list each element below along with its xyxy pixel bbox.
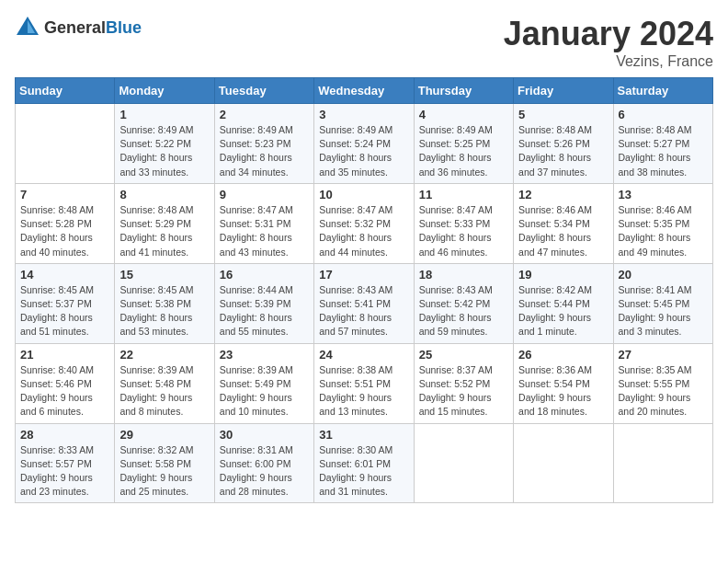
week-row-3: 14Sunrise: 8:45 AMSunset: 5:37 PMDayligh…: [16, 263, 713, 343]
day-cell: 2Sunrise: 8:49 AMSunset: 5:23 PMDaylight…: [214, 104, 313, 184]
day-info: Sunrise: 8:46 AMSunset: 5:35 PMDaylight:…: [619, 203, 708, 259]
day-cell: 25Sunrise: 8:37 AMSunset: 5:52 PMDayligh…: [414, 343, 513, 423]
day-info: Sunrise: 8:31 AMSunset: 6:00 PMDaylight:…: [220, 443, 309, 500]
day-number: 3: [319, 108, 408, 121]
day-info: Sunrise: 8:41 AMSunset: 5:45 PMDaylight:…: [619, 283, 708, 339]
week-row-1: 1Sunrise: 8:49 AMSunset: 5:22 PMDaylight…: [16, 104, 713, 184]
day-info: Sunrise: 8:42 AMSunset: 5:44 PMDaylight:…: [518, 283, 608, 339]
day-info: Sunrise: 8:36 AMSunset: 5:54 PMDaylight:…: [518, 363, 608, 419]
day-number: 14: [20, 268, 109, 282]
day-number: 31: [319, 428, 408, 442]
day-cell: 15Sunrise: 8:45 AMSunset: 5:38 PMDayligh…: [115, 263, 214, 343]
day-number: 8: [119, 188, 209, 201]
day-number: 18: [419, 268, 508, 282]
day-info: Sunrise: 8:45 AMSunset: 5:37 PMDaylight:…: [20, 283, 109, 339]
day-info: Sunrise: 8:30 AMSunset: 6:01 PMDaylight:…: [319, 443, 408, 500]
day-cell: 18Sunrise: 8:43 AMSunset: 5:42 PMDayligh…: [414, 263, 513, 343]
day-info: Sunrise: 8:49 AMSunset: 5:24 PMDaylight:…: [319, 123, 408, 179]
day-cell: 13Sunrise: 8:46 AMSunset: 5:35 PMDayligh…: [613, 183, 712, 263]
day-info: Sunrise: 8:48 AMSunset: 5:29 PMDaylight:…: [119, 203, 209, 259]
day-number: 6: [619, 108, 708, 121]
calendar-header: SundayMondayTuesdayWednesdayThursdayFrid…: [16, 78, 713, 104]
day-number: 19: [518, 268, 608, 282]
week-row-5: 28Sunrise: 8:33 AMSunset: 5:57 PMDayligh…: [16, 423, 713, 503]
day-number: 28: [20, 428, 109, 442]
location-title: Vezins, France: [504, 53, 713, 70]
day-number: 9: [220, 188, 309, 201]
title-block: January 2024 Vezins, France: [504, 15, 713, 70]
day-info: Sunrise: 8:43 AMSunset: 5:42 PMDaylight:…: [419, 283, 508, 339]
header-cell-friday: Friday: [514, 78, 613, 104]
month-title: January 2024: [504, 15, 713, 53]
header-cell-tuesday: Tuesday: [214, 78, 313, 104]
day-cell: 29Sunrise: 8:32 AMSunset: 5:58 PMDayligh…: [115, 423, 214, 503]
day-cell: 1Sunrise: 8:49 AMSunset: 5:22 PMDaylight…: [115, 104, 214, 184]
day-info: Sunrise: 8:49 AMSunset: 5:23 PMDaylight:…: [220, 123, 309, 179]
day-number: 10: [319, 188, 408, 201]
logo-blue: Blue: [106, 18, 142, 37]
day-info: Sunrise: 8:48 AMSunset: 5:28 PMDaylight:…: [20, 203, 109, 259]
day-info: Sunrise: 8:47 AMSunset: 5:31 PMDaylight:…: [220, 203, 309, 259]
day-cell: [514, 423, 613, 503]
day-cell: 10Sunrise: 8:47 AMSunset: 5:32 PMDayligh…: [314, 183, 414, 263]
day-cell: 31Sunrise: 8:30 AMSunset: 6:01 PMDayligh…: [314, 423, 414, 503]
day-number: 27: [619, 348, 708, 362]
day-number: 13: [619, 188, 708, 201]
day-cell: 26Sunrise: 8:36 AMSunset: 5:54 PMDayligh…: [514, 343, 613, 423]
header-cell-monday: Monday: [115, 78, 214, 104]
day-cell: [16, 104, 115, 184]
day-info: Sunrise: 8:48 AMSunset: 5:26 PMDaylight:…: [518, 123, 608, 179]
day-cell: 16Sunrise: 8:44 AMSunset: 5:39 PMDayligh…: [214, 263, 313, 343]
day-cell: [613, 423, 712, 503]
day-cell: 12Sunrise: 8:46 AMSunset: 5:34 PMDayligh…: [514, 183, 613, 263]
day-info: Sunrise: 8:39 AMSunset: 5:48 PMDaylight:…: [119, 363, 209, 419]
day-cell: 8Sunrise: 8:48 AMSunset: 5:29 PMDaylight…: [115, 183, 214, 263]
day-cell: [414, 423, 513, 503]
day-number: 26: [518, 348, 608, 362]
day-number: 23: [220, 348, 309, 362]
header-row: SundayMondayTuesdayWednesdayThursdayFrid…: [16, 78, 713, 104]
day-info: Sunrise: 8:48 AMSunset: 5:27 PMDaylight:…: [619, 123, 708, 179]
logo: GeneralBlue: [15, 15, 142, 40]
day-cell: 17Sunrise: 8:43 AMSunset: 5:41 PMDayligh…: [314, 263, 414, 343]
day-cell: 22Sunrise: 8:39 AMSunset: 5:48 PMDayligh…: [115, 343, 214, 423]
day-info: Sunrise: 8:49 AMSunset: 5:22 PMDaylight:…: [119, 123, 209, 179]
day-cell: 9Sunrise: 8:47 AMSunset: 5:31 PMDaylight…: [214, 183, 313, 263]
day-number: 25: [419, 348, 508, 362]
week-row-4: 21Sunrise: 8:40 AMSunset: 5:46 PMDayligh…: [16, 343, 713, 423]
day-cell: 11Sunrise: 8:47 AMSunset: 5:33 PMDayligh…: [414, 183, 513, 263]
day-cell: 23Sunrise: 8:39 AMSunset: 5:49 PMDayligh…: [214, 343, 313, 423]
day-cell: 28Sunrise: 8:33 AMSunset: 5:57 PMDayligh…: [16, 423, 115, 503]
day-info: Sunrise: 8:43 AMSunset: 5:41 PMDaylight:…: [319, 283, 408, 339]
day-cell: 27Sunrise: 8:35 AMSunset: 5:55 PMDayligh…: [613, 343, 712, 423]
page-header: GeneralBlue January 2024 Vezins, France: [15, 15, 713, 70]
week-row-2: 7Sunrise: 8:48 AMSunset: 5:28 PMDaylight…: [16, 183, 713, 263]
day-number: 24: [319, 348, 408, 362]
day-info: Sunrise: 8:44 AMSunset: 5:39 PMDaylight:…: [220, 283, 309, 339]
day-info: Sunrise: 8:45 AMSunset: 5:38 PMDaylight:…: [119, 283, 209, 339]
day-number: 12: [518, 188, 608, 201]
header-cell-sunday: Sunday: [16, 78, 115, 104]
day-cell: 5Sunrise: 8:48 AMSunset: 5:26 PMDaylight…: [514, 104, 613, 184]
day-number: 16: [220, 268, 309, 282]
day-info: Sunrise: 8:35 AMSunset: 5:55 PMDaylight:…: [619, 363, 708, 419]
day-number: 29: [119, 428, 209, 442]
day-info: Sunrise: 8:49 AMSunset: 5:25 PMDaylight:…: [419, 123, 508, 179]
day-cell: 24Sunrise: 8:38 AMSunset: 5:51 PMDayligh…: [314, 343, 414, 423]
day-number: 4: [419, 108, 508, 121]
header-cell-saturday: Saturday: [613, 78, 712, 104]
day-cell: 30Sunrise: 8:31 AMSunset: 6:00 PMDayligh…: [214, 423, 313, 503]
day-info: Sunrise: 8:47 AMSunset: 5:32 PMDaylight:…: [319, 203, 408, 259]
header-cell-wednesday: Wednesday: [314, 78, 414, 104]
day-number: 22: [119, 348, 209, 362]
day-cell: 14Sunrise: 8:45 AMSunset: 5:37 PMDayligh…: [16, 263, 115, 343]
day-cell: 21Sunrise: 8:40 AMSunset: 5:46 PMDayligh…: [16, 343, 115, 423]
day-cell: 19Sunrise: 8:42 AMSunset: 5:44 PMDayligh…: [514, 263, 613, 343]
day-number: 21: [20, 348, 109, 362]
day-number: 30: [220, 428, 309, 442]
day-cell: 6Sunrise: 8:48 AMSunset: 5:27 PMDaylight…: [613, 104, 712, 184]
day-cell: 7Sunrise: 8:48 AMSunset: 5:28 PMDaylight…: [16, 183, 115, 263]
logo-general: General: [44, 18, 106, 37]
header-cell-thursday: Thursday: [414, 78, 513, 104]
day-number: 20: [619, 268, 708, 282]
